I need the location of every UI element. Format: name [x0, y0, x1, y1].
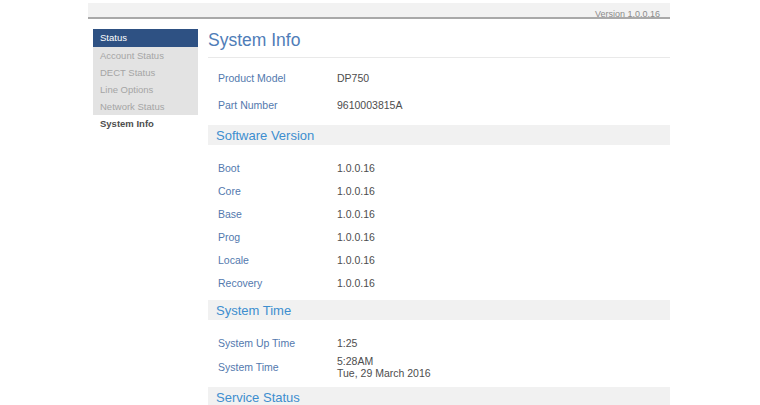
system-time-clock: 5:28AM [337, 355, 431, 367]
section-header-system-time: System Time [208, 300, 670, 320]
info-row-base: Base 1.0.0.16 [208, 202, 670, 225]
section-title: Software Version [216, 128, 314, 143]
info-row-boot: Boot 1.0.0.16 [208, 156, 670, 179]
section-title: System Time [216, 303, 291, 318]
info-row-value: 1.0.0.16 [337, 254, 375, 266]
section-header-software-version: Software Version [208, 125, 670, 145]
top-version-bar: Version 1.0.0.16 [88, 3, 670, 19]
info-row-value: 1.0.0.16 [337, 208, 375, 220]
info-row-label: System Time [218, 361, 337, 373]
software-version-rows: Boot 1.0.0.16 Core 1.0.0.16 Base 1.0.0.1… [208, 156, 670, 294]
firmware-version-label: Version 1.0.0.16 [595, 7, 670, 21]
info-row-label: Boot [218, 162, 337, 174]
system-time-rows: System Up Time 1:25 System Time 5:28AM T… [208, 331, 670, 380]
info-row-value: 9610003815A [337, 99, 402, 111]
info-row-label: Core [218, 185, 337, 197]
info-row-value: DP750 [337, 72, 369, 84]
info-row-label: Base [218, 208, 337, 220]
system-time-date: Tue, 29 March 2016 [337, 367, 431, 379]
info-row-value: 5:28AM Tue, 29 March 2016 [337, 355, 431, 379]
info-row-recovery: Recovery 1.0.0.16 [208, 271, 670, 294]
section-title: Service Status [216, 390, 300, 405]
page-title: System Info [208, 29, 670, 50]
info-row-core: Core 1.0.0.16 [208, 179, 670, 202]
info-row-prog: Prog 1.0.0.16 [208, 225, 670, 248]
info-row-part-number: Part Number 9610003815A [208, 91, 670, 118]
info-row-value: 1.0.0.16 [337, 231, 375, 243]
info-row-system-up-time: System Up Time 1:25 [208, 331, 670, 354]
info-row-system-time: System Time 5:28AM Tue, 29 March 2016 [208, 354, 670, 380]
sidebar-item-system-info[interactable]: System Info [93, 115, 198, 132]
sidebar-item-dect-status[interactable]: DECT Status [93, 64, 198, 81]
info-row-locale: Locale 1.0.0.16 [208, 248, 670, 271]
title-divider [208, 57, 670, 58]
sidebar-item-status[interactable]: Status [93, 29, 198, 47]
sidebar-item-account-status[interactable]: Account Status [93, 47, 198, 64]
device-info-rows: Product Model DP750 Part Number 96100038… [208, 64, 670, 118]
info-row-label: Prog [218, 231, 337, 243]
sidebar-nav: Status Account Status DECT Status Line O… [93, 29, 198, 132]
info-row-label: Locale [218, 254, 337, 266]
info-row-label: Product Model [218, 72, 337, 84]
info-row-label: System Up Time [218, 337, 337, 349]
page-layout: Status Account Status DECT Status Line O… [88, 29, 670, 405]
info-row-value: 1.0.0.16 [337, 277, 375, 289]
info-row-value: 1.0.0.16 [337, 185, 375, 197]
info-row-product-model: Product Model DP750 [208, 64, 670, 91]
section-header-service-status: Service Status [208, 387, 670, 405]
sidebar-item-network-status[interactable]: Network Status [93, 98, 198, 115]
info-row-label: Recovery [218, 277, 337, 289]
main-content: System Info Product Model DP750 Part Num… [208, 29, 670, 405]
info-row-value: 1:25 [337, 337, 357, 349]
info-row-label: Part Number [218, 99, 337, 111]
info-row-value: 1.0.0.16 [337, 162, 375, 174]
sidebar-item-line-options[interactable]: Line Options [93, 81, 198, 98]
